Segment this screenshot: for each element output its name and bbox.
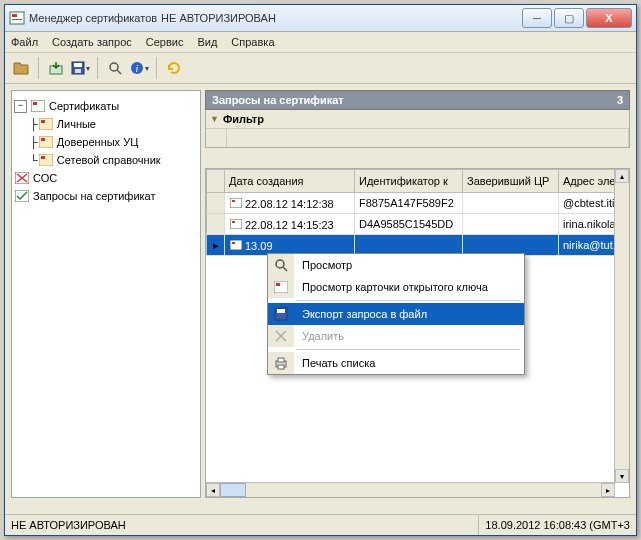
filter-panel[interactable]: ▼Фильтр [205, 110, 630, 148]
scroll-left-button[interactable]: ◂ [206, 483, 220, 497]
filter-arrow-icon[interactable]: ▼ [210, 114, 219, 124]
status-bar: НЕ АВТОРИЗИРОВАН 18.09.2012 16:08:43 (GM… [5, 514, 636, 535]
horizontal-scrollbar[interactable]: ◂ ▸ [206, 482, 615, 497]
folder-icon [38, 135, 54, 149]
folder-icon [38, 153, 54, 167]
status-left: НЕ АВТОРИЗИРОВАН [5, 515, 479, 535]
tree-label: Личные [57, 118, 96, 130]
toolbar-search-icon[interactable] [105, 58, 125, 78]
menu-file[interactable]: Файл [11, 36, 38, 48]
tree-node-requests[interactable]: Запросы на сертификат [14, 187, 198, 205]
tree-label: СОС [33, 172, 57, 184]
svg-rect-25 [230, 219, 242, 229]
tree-node-trusted-ca[interactable]: ├ Доверенных УЦ [14, 133, 198, 151]
scroll-up-button[interactable]: ▴ [615, 169, 629, 183]
toolbar-separator [156, 57, 157, 79]
request-icon [229, 217, 243, 231]
cell-date: 13.09 [245, 240, 273, 252]
ctx-export-request[interactable]: Экспорт запроса в файл [268, 303, 524, 325]
ctx-label: Удалить [294, 330, 524, 342]
app-icon [9, 10, 25, 26]
window-title-suffix: НЕ АВТОРИЗИРОВАН [161, 12, 276, 24]
scroll-track[interactable] [615, 183, 629, 469]
ctx-delete: Удалить [268, 325, 524, 347]
toolbar-separator [38, 57, 39, 79]
toolbar-save-icon[interactable]: ▾ [70, 58, 90, 78]
view-icon [274, 258, 288, 272]
ctx-separator [296, 300, 520, 301]
col-date[interactable]: Дата создания [225, 170, 355, 193]
col-selector[interactable] [207, 170, 225, 193]
menu-help[interactable]: Справка [231, 36, 274, 48]
table-row[interactable]: 22.08.12 14:12:38 F8875A147F589F2 @cbtes… [207, 193, 629, 214]
tree-label: Сетевой справочник [57, 154, 161, 166]
scroll-down-button[interactable]: ▾ [615, 469, 629, 483]
tree-panel[interactable]: − Сертификаты ├ Личные ├ Доверенных УЦ └… [11, 90, 201, 498]
tree-root-certificates[interactable]: − Сертификаты [14, 97, 198, 115]
svg-rect-0 [10, 12, 24, 24]
vertical-scrollbar[interactable]: ▴ ▾ [614, 169, 629, 483]
svg-point-7 [110, 63, 118, 71]
menu-view[interactable]: Вид [197, 36, 217, 48]
tree-node-crl[interactable]: СОС [14, 169, 198, 187]
request-icon [229, 238, 243, 252]
row-marker [207, 193, 225, 214]
content-header: Запросы на сертификат 3 [205, 90, 630, 110]
table-row[interactable]: 22.08.12 14:15:23 D4A9585C1545DD irina.n… [207, 214, 629, 235]
svg-line-8 [117, 70, 121, 74]
filter-label: Фильтр [223, 113, 264, 125]
maximize-button[interactable]: ▢ [554, 8, 584, 28]
svg-rect-1 [12, 14, 17, 17]
title-bar: Менеджер сертификатов НЕ АВТОРИЗИРОВАН ─… [5, 5, 636, 32]
svg-rect-11 [31, 100, 45, 112]
minimize-button[interactable]: ─ [522, 8, 552, 28]
row-marker-current: ▸ [207, 235, 225, 256]
grid-table: Дата создания Идентификатор к Заверивший… [206, 169, 629, 256]
cell-ca [463, 193, 559, 214]
cell-id: F8875A147F589F2 [355, 193, 463, 214]
save-icon [274, 307, 288, 321]
close-button[interactable]: X [586, 8, 632, 28]
svg-rect-38 [278, 358, 284, 362]
card-icon [274, 281, 288, 293]
ctx-view[interactable]: Просмотр [268, 254, 524, 276]
request-icon [14, 189, 30, 203]
svg-rect-5 [74, 63, 82, 67]
svg-rect-16 [41, 138, 45, 141]
filter-fields[interactable] [206, 128, 629, 147]
tree-node-personal[interactable]: ├ Личные [14, 115, 198, 133]
svg-text:i: i [136, 63, 139, 74]
menu-create-request[interactable]: Создать запрос [52, 36, 132, 48]
svg-rect-34 [277, 309, 285, 313]
scroll-thumb[interactable] [220, 483, 246, 497]
tree-label: Доверенных УЦ [57, 136, 139, 148]
svg-rect-15 [39, 136, 53, 148]
ctx-view-key-card[interactable]: Просмотр карточки открытого ключа [268, 276, 524, 298]
toolbar-book-icon[interactable] [11, 58, 31, 78]
svg-rect-28 [232, 242, 235, 244]
svg-rect-2 [12, 19, 22, 20]
scroll-track[interactable] [220, 483, 601, 497]
tree-collapse-icon[interactable]: − [14, 100, 27, 113]
cell-id: D4A9585C1545DD [355, 214, 463, 235]
toolbar-info-icon[interactable]: i▾ [129, 58, 149, 78]
ctx-label: Просмотр [294, 259, 524, 271]
ctx-print-list[interactable]: Печать списка [268, 352, 524, 374]
svg-rect-26 [232, 221, 235, 223]
crl-icon [14, 171, 30, 185]
app-window: Менеджер сертификатов НЕ АВТОРИЗИРОВАН ─… [4, 4, 637, 536]
ctx-label: Просмотр карточки открытого ключа [294, 281, 524, 293]
svg-rect-27 [230, 240, 242, 250]
toolbar-refresh-icon[interactable] [164, 58, 184, 78]
tree-node-network-directory[interactable]: └ Сетевой справочник [14, 151, 198, 169]
menu-bar: Файл Создать запрос Сервис Вид Справка [5, 32, 636, 53]
svg-rect-14 [41, 120, 45, 123]
certificate-icon [30, 99, 46, 113]
cell-date: 22.08.12 14:15:23 [245, 219, 334, 231]
svg-rect-24 [232, 200, 235, 202]
toolbar-import-icon[interactable] [46, 58, 66, 78]
col-id[interactable]: Идентификатор к [355, 170, 463, 193]
scroll-right-button[interactable]: ▸ [601, 483, 615, 497]
col-ca[interactable]: Заверивший ЦР [463, 170, 559, 193]
menu-service[interactable]: Сервис [146, 36, 184, 48]
